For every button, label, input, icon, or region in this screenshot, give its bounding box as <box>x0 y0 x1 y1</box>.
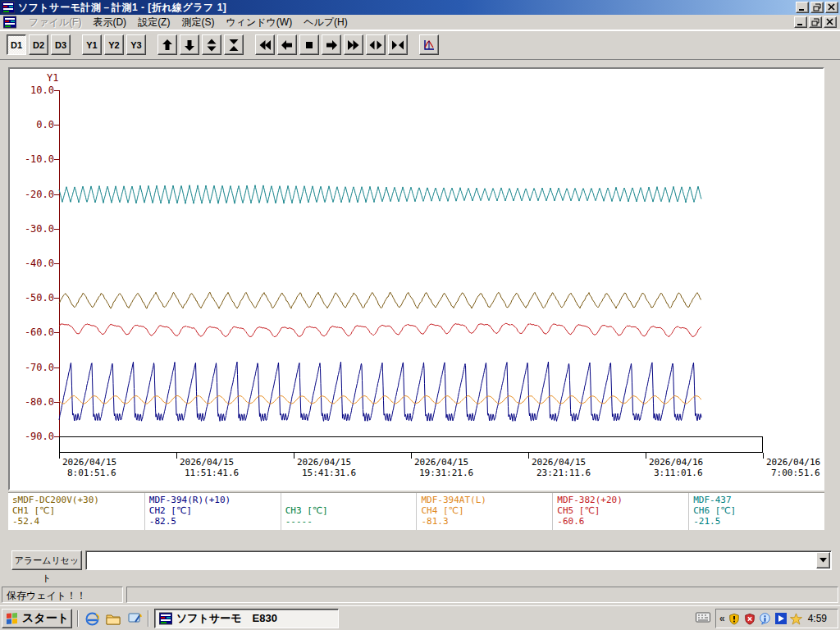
minimize-button[interactable] <box>796 2 809 13</box>
menu-bar: ファイル(F) 表示(D) 設定(Z) 測定(S) ウィンドウ(W) ヘルプ(H… <box>0 15 840 30</box>
status-message: 保存ウェイト！！ <box>2 587 123 603</box>
channel-value: ----- <box>285 516 417 527</box>
menu-measure[interactable]: 測定(S) <box>176 14 220 31</box>
series-line-ch1 <box>59 292 701 308</box>
channel-value: -60.6 <box>557 516 688 527</box>
channel-name: MDF-394(R)(+10) <box>149 495 281 505</box>
restore-button[interactable] <box>810 2 824 13</box>
channel-value: -52.4 <box>12 516 144 527</box>
legend-channel-1: sMDF-DC200V(+30) CH1 [℃] -52.4 <box>8 493 144 530</box>
series-line-ch5 <box>59 323 701 336</box>
child-restore-button[interactable] <box>809 16 822 28</box>
shift-up-button[interactable] <box>158 34 177 55</box>
system-tray: « 4:59 <box>715 609 838 628</box>
menu-file[interactable]: ファイル(F) <box>23 14 87 31</box>
shift-down-icon <box>183 39 196 52</box>
start-button[interactable]: スタート <box>2 609 72 628</box>
menu-window[interactable]: ウィンドウ(W) <box>220 14 298 31</box>
line-graph-panel: Y1 10.00.0-10.0-20.0-30.0-40.0-50.0-60.0… <box>8 67 824 491</box>
legend-channel-2: MDF-394(R)(+10) CH2 [℃] -82.5 <box>144 493 281 530</box>
windows-logo-icon <box>6 613 19 625</box>
step-back-button[interactable] <box>277 34 297 55</box>
d1-button[interactable]: D1 <box>7 34 26 55</box>
expand-horizontal-button[interactable] <box>366 34 386 55</box>
step-back-icon <box>281 39 294 52</box>
channel-value: -82.5 <box>149 516 281 527</box>
channel-label: CH5 [℃] <box>557 505 688 516</box>
legend-channel-5: MDF-382(+20) CH5 [℃] -60.6 <box>552 493 688 530</box>
menu-settings[interactable]: 設定(Z) <box>132 14 176 31</box>
taskbar: スタート ソフトサーモ E830 « <box>0 605 840 630</box>
channel-name: MDF-382(+20) <box>557 495 688 505</box>
collapse-chevron-icon[interactable]: « <box>719 613 725 624</box>
shift-up-icon <box>161 39 174 52</box>
internet-explorer-icon[interactable] <box>84 610 100 627</box>
stop-button[interactable] <box>299 34 319 55</box>
legend-channel-4: MDF-394AT(L) CH4 [℃] -81.3 <box>416 493 552 530</box>
plot-lines <box>10 69 823 489</box>
taskbar-separator <box>148 610 149 627</box>
legend-channel-6: MDF-437 CH6 [℃] -21.5 <box>688 493 824 530</box>
keyboard-icon[interactable] <box>696 611 710 626</box>
restore-icon <box>813 3 821 11</box>
info-balloon-icon[interactable] <box>759 612 772 625</box>
show-desktop-icon[interactable] <box>126 610 143 627</box>
alarm-reset-button[interactable]: アラームリセット <box>11 550 82 570</box>
channel-label: CH3 [℃] <box>285 505 417 516</box>
step-forward-icon <box>325 39 338 52</box>
y3-button[interactable]: Y3 <box>126 34 146 55</box>
alarm-message-combobox[interactable] <box>85 550 832 570</box>
fast-forward-icon <box>347 39 360 52</box>
shift-down-button[interactable] <box>180 34 199 55</box>
child-close-button[interactable] <box>824 16 837 28</box>
channel-value: -21.5 <box>693 516 824 527</box>
compress-horizontal-button[interactable] <box>388 34 408 55</box>
y2-button[interactable]: Y2 <box>104 34 124 55</box>
compress-vertical-button[interactable] <box>224 34 244 55</box>
status-bar: 保存ウェイト！！ <box>0 584 840 605</box>
menu-view[interactable]: 表示(D) <box>87 14 132 31</box>
step-forward-button[interactable] <box>322 34 341 55</box>
y1-button[interactable]: Y1 <box>82 34 102 55</box>
stop-icon <box>303 39 316 52</box>
taskbar-separator <box>77 610 79 627</box>
minimize-icon <box>798 3 806 11</box>
task-button-softthermo[interactable]: ソフトサーモ E830 <box>154 609 339 628</box>
taskbar-clock: 4:59 <box>808 613 827 624</box>
combobox-dropdown-button[interactable] <box>816 552 830 568</box>
channel-label: CH4 [℃] <box>421 505 552 516</box>
child-window-icon[interactable] <box>3 16 16 29</box>
channel-value: -81.3 <box>421 516 552 527</box>
expand-vertical-icon <box>205 39 218 52</box>
application-window: ソフトサーモ計測－計測1 - [折れ線グラフ 1] ファイル(F) 表示(D) … <box>0 0 840 630</box>
d2-button[interactable]: D2 <box>29 34 48 55</box>
channel-label: CH6 [℃] <box>693 505 824 516</box>
graph-settings-button[interactable] <box>419 34 439 55</box>
channel-legend: sMDF-DC200V(+30) CH1 [℃] -52.4 MDF-394(R… <box>8 492 824 530</box>
expand-vertical-button[interactable] <box>202 34 221 55</box>
play-indicator-icon[interactable] <box>774 612 788 625</box>
window-title: ソフトサーモ計測－計測1 - [折れ線グラフ 1] <box>18 1 226 15</box>
close-button[interactable] <box>825 2 838 13</box>
close-icon <box>826 18 834 26</box>
star-icon[interactable] <box>790 612 803 625</box>
legend-channel-3: CH3 [℃] ----- <box>281 493 417 530</box>
child-minimize-button[interactable] <box>794 16 807 28</box>
folder-icon[interactable] <box>105 610 121 627</box>
close-icon <box>828 3 836 11</box>
expand-horizontal-icon <box>369 39 382 52</box>
channel-name: MDF-437 <box>693 495 824 505</box>
compress-horizontal-icon <box>391 39 404 52</box>
d3-button[interactable]: D3 <box>51 34 71 55</box>
restore-icon <box>811 18 819 26</box>
security-warning-shield-icon[interactable] <box>728 612 741 625</box>
series-line-ch2 <box>59 362 701 421</box>
security-alert-shield-icon[interactable] <box>743 612 756 625</box>
menu-help[interactable]: ヘルプ(H) <box>298 14 354 31</box>
rewind-button[interactable] <box>255 34 275 55</box>
app-icon <box>159 612 172 625</box>
task-button-label: ソフトサーモ E830 <box>176 611 277 626</box>
chevron-down-icon <box>819 558 827 563</box>
fast-forward-button[interactable] <box>344 34 363 55</box>
compress-vertical-icon <box>227 39 240 52</box>
